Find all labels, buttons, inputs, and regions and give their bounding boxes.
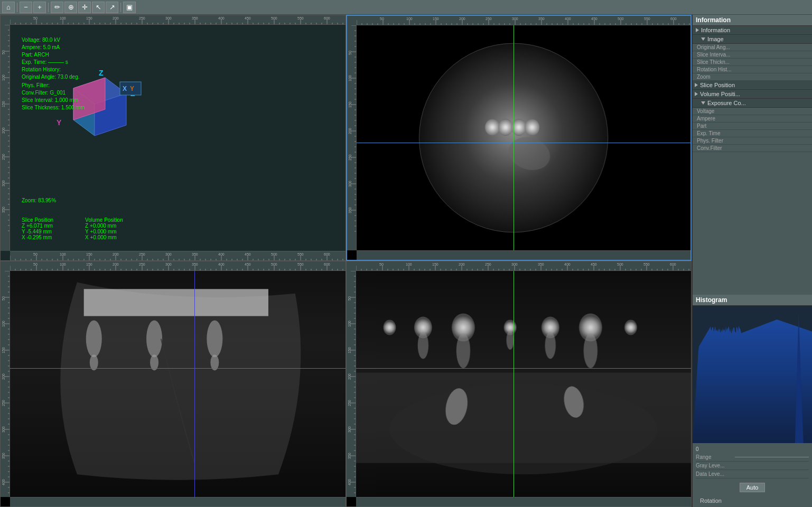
info-row-rotation-hist: Rotation Hist... xyxy=(693,66,812,73)
vol-pos-label: Volume Position xyxy=(85,217,123,223)
info-row-part: Part xyxy=(693,123,812,130)
rotation-label: Rotation xyxy=(696,496,809,505)
info-section-label: Information xyxy=(701,27,730,33)
ruler-horizontal-br xyxy=(356,261,692,271)
info-row-phys-filter: Phys. Filter xyxy=(693,137,812,145)
vol-pos-y: Y +0.000 mm xyxy=(85,229,123,234)
slice-position-section-header[interactable]: Slice Position xyxy=(693,81,812,90)
exposure-section-header[interactable]: Exposure Co... xyxy=(693,99,812,108)
viewport-coronal[interactable] xyxy=(346,261,692,507)
svg-text:Y: Y xyxy=(57,118,62,127)
coronal-crosshair-vertical xyxy=(514,271,514,497)
exposure-section-label: Exposure Co... xyxy=(707,100,746,106)
position-row: Slice Position Z +6.071 mm Y -5.449 mm X… xyxy=(22,217,123,240)
voltage-label: Voltage xyxy=(697,108,808,114)
ruler-bottom-br xyxy=(356,497,692,506)
ruler-horizontal-bl xyxy=(10,261,346,271)
histogram-data-level-row: Data Leve... xyxy=(696,470,809,478)
info-panel-header: Information xyxy=(693,15,812,26)
slice-pos-y: Y -5.449 mm xyxy=(22,229,53,234)
ruler-corner-tr xyxy=(347,16,357,25)
sagittal-crosshair-vertical xyxy=(194,271,195,497)
coronal-content xyxy=(356,271,692,497)
histogram-gray-level-row: Gray Leve... xyxy=(696,462,809,470)
volume-position-section-header[interactable]: Volume Positi... xyxy=(693,90,812,99)
toolbar: ⌂ − + ✏ ⊕ ✛ ↖ ↗ ▣ xyxy=(0,0,812,15)
orientation-content: Voltage: 80.0 kV Ampere: 5.0 mA Part: AR… xyxy=(10,25,346,251)
rotation-text: Rotation xyxy=(700,497,722,504)
information-section-header[interactable]: Information xyxy=(693,26,812,35)
toolbar-separator-2 xyxy=(48,3,49,12)
orientation-cube-area: Z Y Z X Y xyxy=(42,67,158,152)
position-overlay: Slice Position Z +6.071 mm Y -5.449 mm X… xyxy=(22,217,123,240)
slice-thickness-label: Slice Thickn... xyxy=(697,59,808,65)
exposure-arrow xyxy=(701,101,705,105)
viewport-orientation[interactable]: Voltage: 80.0 kV Ampere: 5.0 mA Part: AR… xyxy=(0,15,346,261)
sagittal-canvas xyxy=(10,271,346,497)
ruler-corner-tl xyxy=(1,15,10,25)
ruler-vertical-br xyxy=(347,271,356,497)
axial-crosshair-horizontal xyxy=(357,143,691,143)
slice-pos-z: Z +6.071 mm xyxy=(22,223,53,229)
svg-text:X: X xyxy=(123,85,127,92)
image-section-header[interactable]: Image xyxy=(693,35,812,44)
info-spacer xyxy=(693,152,812,295)
slice-pos-label: Slice Position xyxy=(22,217,53,223)
vol-pos-z: Z +0.000 mm xyxy=(85,223,123,229)
voltage-info: Voltage: 80.0 kV xyxy=(22,36,85,44)
auto-button-container: Auto xyxy=(696,478,809,496)
ruler-horizontal-tr xyxy=(357,16,691,25)
info-row-exp-time: Exp. Time xyxy=(693,130,812,137)
home-button[interactable]: ⌂ xyxy=(2,2,15,13)
pan-button[interactable]: ⊕ xyxy=(64,2,77,13)
zoom-out-button[interactable]: − xyxy=(20,2,32,13)
info-row-zoom: Zoom xyxy=(693,73,812,81)
ruler-bottom-tl xyxy=(10,251,346,260)
viewport-sagittal[interactable] xyxy=(0,261,346,507)
exp-time-label: Exp. Time xyxy=(697,130,808,136)
ruler-horizontal-tl xyxy=(10,15,346,25)
axial-canvas xyxy=(357,25,691,250)
axial-content xyxy=(357,25,691,250)
image-button[interactable]: ▣ xyxy=(123,2,136,13)
vol-pos-arrow xyxy=(695,92,698,96)
slice-pos-arrow xyxy=(695,83,698,87)
zoom-value: Zoom: 83.95% xyxy=(22,198,56,203)
auto-button[interactable]: Auto xyxy=(740,483,766,492)
ampere-info: Ampere: 5.0 mA xyxy=(22,44,85,51)
toolbar-separator xyxy=(17,3,17,12)
info-row-conv-filter: Conv.Filter xyxy=(693,145,812,152)
crosshair-button[interactable]: ✛ xyxy=(78,2,91,13)
select-button[interactable]: ↖ xyxy=(92,2,105,13)
ruler-corner-bl xyxy=(1,261,10,271)
range-label: Range xyxy=(696,454,733,460)
part-info: Part: ARCH xyxy=(22,51,85,59)
right-panel: Information Information Image Original A… xyxy=(692,15,812,507)
info-row-voltage: Voltage xyxy=(693,108,812,115)
exp-time-info: Exp. Time: ——— s xyxy=(22,59,85,66)
ruler-vertical-tr xyxy=(347,25,357,250)
slice-pos-section-label: Slice Position xyxy=(700,82,735,88)
conv-filter-label: Conv.Filter xyxy=(697,145,808,151)
vol-pos-section-label: Volume Positi... xyxy=(700,91,740,97)
histogram-zero-label: 0 xyxy=(696,446,699,452)
toolbar-separator-3 xyxy=(120,3,121,12)
zoom-in-button[interactable]: + xyxy=(33,2,46,13)
histogram-zero: 0 xyxy=(696,445,809,453)
axial-crosshair-vertical xyxy=(514,25,514,250)
measure-button[interactable]: ✏ xyxy=(51,2,63,13)
viewport-grid: Voltage: 80.0 kV Ampere: 5.0 mA Part: AR… xyxy=(0,15,692,507)
info-row-slice-thickness: Slice Thickn... xyxy=(693,59,812,66)
ruler-vertical-bl xyxy=(1,271,10,497)
volume-position-block: Volume Position Z +0.000 mm Y +0.000 mm … xyxy=(85,217,123,240)
slice-interval-label: Slice Interva... xyxy=(697,52,808,58)
rotation-hist-label: Rotation Hist... xyxy=(697,67,808,72)
histogram-title: Histogram xyxy=(696,296,727,304)
histogram-canvas-area xyxy=(693,306,812,443)
viewport-axial[interactable] xyxy=(346,15,692,261)
ruler-vertical-tl xyxy=(1,25,10,251)
pointer-button[interactable]: ↗ xyxy=(106,2,118,13)
ruler-bottom-tr xyxy=(357,250,691,260)
slice-position-block: Slice Position Z +6.071 mm Y -5.449 mm X… xyxy=(22,217,53,240)
coronal-canvas xyxy=(356,271,692,497)
